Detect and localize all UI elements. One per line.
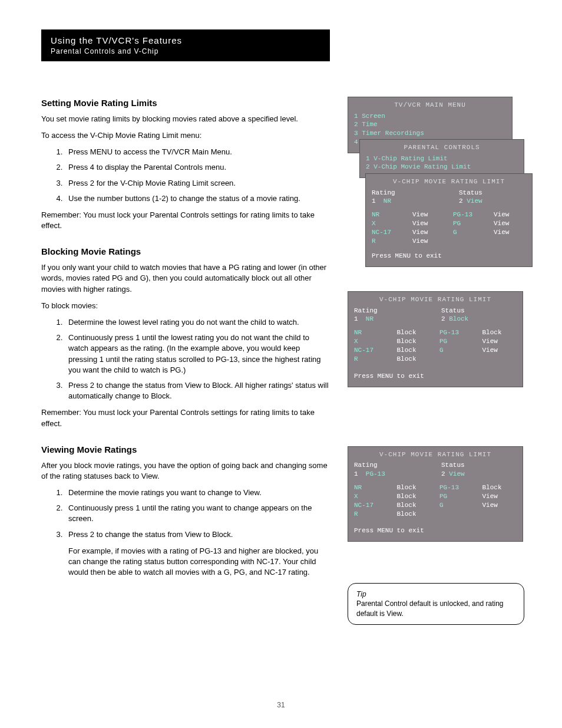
body-text-column: Setting Movie Rating Limits You set movi… [41, 97, 330, 625]
list-item: Continuously press 1 until the rating yo… [65, 503, 330, 524]
list-item: Use the number buttons (1-2) to change t… [65, 193, 330, 204]
tv-menu-title: V-CHIP MOVIE RATING LIMIT [354, 295, 517, 304]
paragraph: After you block movie ratings, you have … [41, 460, 330, 482]
menu-item: 1 Screen [354, 112, 506, 121]
paragraph: To block movies: [41, 301, 330, 311]
chapter-header: Using the TV/VCR's Features Parental Con… [41, 29, 330, 61]
menu-item: 2 V-Chip Movie Rating Limit [366, 163, 518, 172]
menu-item: 3 Timer Recordings [354, 129, 506, 138]
paragraph: For example, if movies with a rating of … [68, 546, 330, 578]
status-label: Status [459, 189, 494, 197]
list-item: Press 2 for the V-Chip Movie Rating Limi… [65, 178, 330, 189]
paragraph: You set movie rating limits by blocking … [41, 114, 330, 124]
menu-item: 1 V-Chip Rating Limit [366, 154, 518, 163]
ordered-list: Determine the movie ratings you want to … [65, 487, 330, 540]
list-item: Press 2 to change the status from View t… [65, 529, 330, 540]
tv-menu-title: PARENTAL CONTROLS [366, 143, 518, 152]
list-item: Press MENU to access the TV/VCR Main Men… [65, 147, 330, 157]
tv-menu-title: V-CHIP MOVIE RATING LIMIT [354, 450, 517, 459]
tv-parental-menu: PARENTAL CONTROLS 1 V-Chip Rating Limit … [359, 139, 524, 179]
tip-box: Tip Parental Control default is unlocked… [348, 583, 524, 625]
list-item: Continuously press 1 until the lowest ra… [65, 332, 330, 375]
tip-label: Tip [356, 590, 366, 598]
section-title-setting: Setting Movie Rating Limits [41, 97, 330, 109]
section-title-viewing: Viewing Movie Ratings [41, 443, 330, 456]
paragraph: Remember: You must lock your Parental Co… [41, 210, 330, 231]
ordered-list: Press MENU to access the TV/VCR Main Men… [65, 147, 330, 204]
tv-menu-stack: TV/VCR MAIN MENU 1 Screen 2 Time 3 Timer… [348, 97, 524, 274]
section-title-blocking: Blocking Movie Ratings [41, 245, 330, 258]
paragraph: If you only want your child to watch mov… [41, 262, 330, 295]
exit-hint: Press MENU to exit [372, 252, 526, 261]
paragraph: To access the V-Chip Movie Rating Limit … [41, 130, 330, 141]
exit-hint: Press MENU to exit [354, 526, 517, 535]
ordered-list: Determine the lowest level rating you do… [65, 317, 330, 401]
tv-menu-title: V-CHIP MOVIE RATING LIMIT [372, 177, 526, 186]
list-item: Press 2 to change the status from View t… [65, 380, 330, 401]
tv-rating-limit-screen-2: V-CHIP MOVIE RATING LIMIT Rating Status … [348, 291, 523, 387]
list-item: Determine the lowest level rating you do… [65, 317, 330, 328]
exit-hint: Press MENU to exit [354, 372, 517, 381]
tip-text: Parental Control default is unlocked, an… [356, 599, 515, 618]
list-item: Press 4 to display the Parental Controls… [65, 162, 330, 173]
tv-rating-limit-screen-3: V-CHIP MOVIE RATING LIMIT Rating Status … [348, 446, 523, 542]
list-item: Determine the movie ratings you want to … [65, 487, 330, 498]
menu-item: 2 Time [354, 120, 506, 129]
tv-menu-title: TV/VCR MAIN MENU [354, 101, 506, 110]
tv-rating-limit-screen-1: V-CHIP MOVIE RATING LIMIT Rating Status … [365, 173, 533, 267]
chapter-subhead: Parental Controls and V-Chip [51, 47, 320, 57]
rating-label: Rating [372, 189, 407, 197]
paragraph: Remember: You must lock your Parental Co… [41, 407, 330, 429]
figures-column: TV/VCR MAIN MENU 1 Screen 2 Time 3 Timer… [348, 97, 524, 625]
chapter-title: Using the TV/VCR's Features [51, 34, 320, 47]
